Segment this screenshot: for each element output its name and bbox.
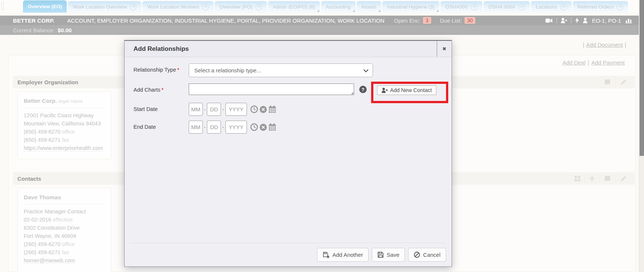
user-icon[interactable] [583,18,588,23]
due-list-label: Due List: [440,17,462,24]
scrollbar-thumb[interactable] [640,0,644,156]
contact-effective-date: 02-02-2016 [24,217,51,223]
start-date-year-input[interactable]: YYYY [225,103,247,116]
select-placeholder: Select a relationship type... [194,67,261,73]
end-date-year-input[interactable]: YYYY [225,121,247,134]
tab-bar: Overview (EO) Work Location Overview ↗ W… [0,0,639,13]
annotation-highlight-box: Add New Contact [371,82,448,103]
edit-pencil-icon[interactable] [615,78,631,86]
contact-office-phone: (260) 459-6270 [24,241,60,247]
user-add-icon[interactable] [561,18,567,23]
tab-industrial-hygiene[interactable]: Industrial Hygiene (3) [382,1,439,13]
help-icon[interactable]: ? [359,86,367,93]
add-charts-label: Add Charts* [133,83,189,93]
tab-assets[interactable]: Assets [357,1,382,13]
external-link-icon: ↗ [617,4,623,10]
cancel-button[interactable]: Cancel [408,248,446,262]
modal-header: Add Relationships ✖ [125,41,452,57]
tab-label: Assets [361,4,377,10]
tab-overview-po[interactable]: Overview (PO) ↗ [215,1,267,13]
grid-view-icon[interactable] [570,174,585,183]
calendar-icon[interactable] [268,123,276,131]
modal-body: Relationship Type* Select a relationship… [125,57,452,134]
tab-label: Admin (EO/PO) (6) [273,4,315,10]
tab-osha300[interactable]: OSHA300 ↗ [440,1,482,13]
contact-role: Practice Manager Contact [24,207,105,216]
end-date-month-input[interactable]: MM [189,121,203,134]
tab-label: OSHA 300A [488,4,515,10]
log-book-icon[interactable] [599,174,615,183]
employer-organization-card: Better Corp. legal name 12001 Pacific Co… [17,91,111,159]
section-title: Employer Organization [17,79,78,85]
office-label: office [62,129,75,135]
tab-work-location-overview[interactable]: Work Location Overview ↗ [68,1,141,13]
payment-links: Add Deal | Add Payment [562,59,625,66]
external-link-icon: ↗ [255,4,262,10]
tab-osha-300a[interactable]: OSHA 300A ↗ [483,1,530,13]
add-payment-link[interactable]: Add Payment [591,59,625,66]
button-label: Save [387,252,399,258]
header-divider [557,17,557,23]
start-date-month-input[interactable]: MM [189,103,203,116]
modal-title: Add Relationships [133,45,189,53]
clear-date-icon[interactable] [260,124,267,131]
end-date-label: End Date [133,121,189,130]
log-book-icon[interactable] [600,78,615,86]
pipe: | [588,59,589,66]
contact-email-link[interactable]: horner@mieweb.com [24,258,75,264]
clock-icon[interactable] [250,123,258,131]
tab-label: Locations [536,4,557,10]
external-link-icon: ↗ [560,4,567,10]
effective-label: effective [53,217,73,223]
add-another-button[interactable]: Add Another [317,248,369,262]
save-button[interactable]: Save [372,248,405,262]
external-link-icon: ↗ [518,4,525,10]
end-date-inputs: MM - DD - YYYY [189,121,276,134]
contact-name: Dave Thomas [24,194,61,200]
contact-fax-phone: (260) 459-6271 [24,249,60,255]
close-icon[interactable]: ✖ [437,41,452,57]
add-document-link[interactable]: Add Document [586,42,623,48]
cancel-icon [414,252,420,258]
resize-grip-icon[interactable] [351,92,353,94]
org-categories: ACCOUNT, EMPLOYER ORGANIZATION, INDUSTRI… [67,17,384,24]
header-divider [571,17,571,23]
employer-address-line2: Mountain View, California 94043 [24,119,105,128]
tab-label: OSHA300 [445,4,468,10]
start-date-day-input[interactable]: DD [207,103,221,116]
app-screen: Overview (EO) Work Location Overview ↗ W… [0,0,644,272]
calendar-icon[interactable] [268,105,276,113]
tab-locations[interactable]: Locations ↗ [531,1,572,13]
due-list-badge[interactable]: 30 [465,17,476,24]
label-text: Add Charts [133,87,161,93]
tab-work-location-workers[interactable]: Work Location Workers ↗ [142,1,214,13]
bar-chart-icon[interactable] [625,17,632,23]
tab-admin-eo-po[interactable]: Admin (EO/PO) (6) [268,1,320,13]
tab-overview-eo[interactable]: Overview (EO) [23,0,67,13]
add-charts-input[interactable] [189,83,354,95]
employer-website-link[interactable]: https://www.enterprisehealth.com [24,145,103,151]
end-date-day-input[interactable]: DD [207,121,221,134]
modal-footer: Add Another Save Cancel [130,243,446,266]
add-new-contact-button[interactable]: Add New Contact [377,85,436,95]
open-enc-badge[interactable]: 3 [423,17,431,24]
date-separator: - [222,124,224,131]
fax-label: fax [62,137,69,143]
edit-pencil-icon[interactable] [615,174,631,183]
tab-accounting[interactable]: Accounting [321,1,356,13]
add-deal-link[interactable]: Add Deal [562,59,585,66]
org-header-bar: BETTER CORP. ACCOUNT, EMPLOYER ORGANIZAT… [0,16,639,25]
clear-date-icon[interactable] [260,106,267,113]
relationship-type-select[interactable]: Select a relationship type... [189,63,373,77]
vertical-scrollbar[interactable] [639,0,644,272]
add-plus-icon[interactable] [585,174,599,183]
tab-referred-orders[interactable]: Referred Orders ↗ [573,1,628,13]
tab-label: Work Location Workers [147,4,199,10]
tab-label: Accounting [326,4,351,10]
clock-icon[interactable] [250,105,258,113]
page-edge-divider [1,1,4,11]
lightning-icon[interactable] [575,17,579,23]
pipe: | [625,42,626,48]
video-camera-icon[interactable] [545,18,553,23]
required-marker: * [162,87,164,93]
